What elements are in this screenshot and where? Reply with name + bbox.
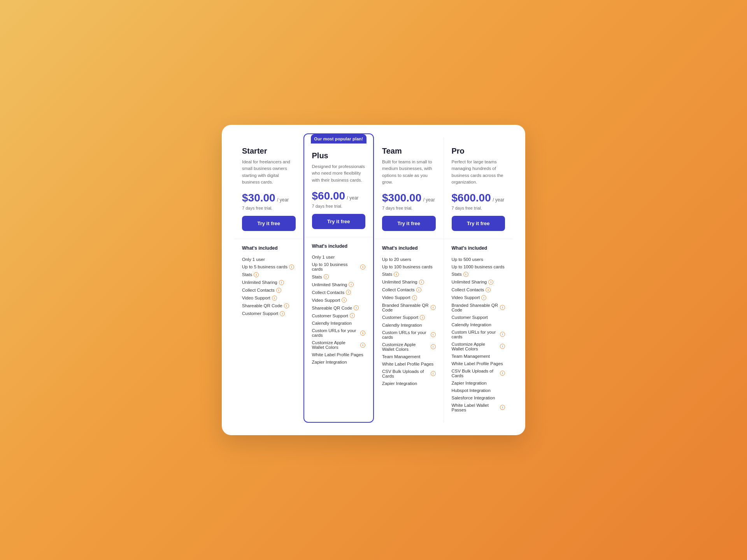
info-icon-plus-4[interactable]: i: [346, 290, 351, 295]
feature-text-team-1: Up to 100 business cards: [382, 264, 433, 269]
feature-item-pro-8: Calendly Integration: [452, 321, 505, 328]
plan-name-team: Team: [382, 147, 436, 156]
info-icon-plus-2[interactable]: i: [324, 274, 329, 279]
feature-list-team: Up to 20 users Up to 100 business cards …: [382, 256, 436, 387]
info-icon-starter-4[interactable]: i: [276, 288, 281, 293]
feature-item-plus-8: Calendly Integration: [312, 320, 366, 327]
info-icon-pro-5[interactable]: i: [481, 295, 486, 300]
info-icon-plus-3[interactable]: i: [349, 282, 354, 287]
feature-item-pro-6: Branded Shareable QR Code i: [452, 301, 505, 313]
info-icon-team-10[interactable]: i: [431, 344, 436, 349]
info-icon-team-6[interactable]: i: [431, 305, 436, 310]
trial-text-pro: 7 days free trial.: [452, 206, 505, 210]
feature-item-team-1: Up to 100 business cards: [382, 263, 436, 270]
feature-text-team-10: Customize Apple Wallet Colors: [382, 342, 429, 352]
info-icon-team-3[interactable]: i: [419, 280, 424, 285]
info-icon-team-2[interactable]: i: [394, 272, 399, 277]
try-btn-plus[interactable]: Try it free: [312, 214, 366, 229]
divider-team: [374, 239, 444, 239]
plan-card-starter: Starter Ideal for freelancers and small …: [234, 137, 303, 423]
feature-item-plus-7: Customer Support i: [312, 312, 366, 320]
feature-text-starter-6: Shareable QR Code: [242, 303, 282, 308]
info-icon-starter-7[interactable]: i: [280, 311, 285, 316]
feature-text-starter-5: Video Support: [242, 296, 270, 300]
try-btn-pro[interactable]: Try it free: [452, 216, 505, 231]
feature-item-starter-0: Only 1 user: [242, 256, 296, 263]
feature-item-team-11: Team Management: [382, 353, 436, 360]
feature-item-team-3: Unlimited Sharing i: [382, 278, 436, 286]
info-icon-plus-1[interactable]: i: [360, 264, 365, 270]
feature-text-starter-4: Collect Contacts: [242, 288, 275, 292]
feature-text-pro-15: Hubspot Integration: [452, 388, 491, 393]
info-icon-pro-9[interactable]: i: [500, 332, 505, 337]
info-icon-pro-13[interactable]: i: [500, 371, 505, 376]
info-icon-starter-6[interactable]: i: [284, 303, 289, 308]
feature-list-starter: Only 1 user Up to 5 business cards i Sta…: [242, 256, 296, 317]
whats-included-pro: What's included: [452, 245, 505, 251]
feature-item-pro-1: Up to 1000 business cards: [452, 263, 505, 270]
feature-item-starter-6: Shareable QR Code i: [242, 302, 296, 310]
feature-text-plus-3: Unlimited Sharing: [312, 282, 347, 287]
feature-item-starter-4: Collect Contacts i: [242, 286, 296, 294]
info-icon-team-4[interactable]: i: [416, 287, 421, 292]
feature-item-team-9: Custom URLs for your cards i: [382, 329, 436, 341]
info-icon-starter-2[interactable]: i: [254, 272, 259, 277]
feature-text-pro-12: White Label Profile Pages: [452, 361, 503, 366]
feature-item-pro-0: Up to 500 users: [452, 256, 505, 263]
feature-item-team-2: Stats i: [382, 270, 436, 278]
feature-item-pro-11: Team Management: [452, 352, 505, 360]
info-icon-team-9[interactable]: i: [431, 332, 436, 337]
plan-card-team: Team Built for teams in small to medium …: [374, 137, 444, 423]
feature-item-pro-14: Zapier Integration: [452, 379, 505, 387]
feature-item-team-13: CSV Bulk Uploads of Cards i: [382, 368, 436, 380]
feature-text-pro-8: Calendly Integration: [452, 322, 491, 327]
info-icon-team-13[interactable]: i: [431, 371, 436, 376]
plan-description-plus: Designed for professionals who need more…: [312, 163, 366, 184]
feature-text-plus-10: Customize Apple Wallet Colors: [312, 340, 359, 350]
feature-item-pro-10: Customize Apple Wallet Colors i: [452, 340, 505, 352]
plan-name-pro: Pro: [452, 147, 505, 156]
info-icon-team-7[interactable]: i: [420, 315, 425, 320]
info-icon-plus-10[interactable]: i: [360, 343, 365, 348]
info-icon-pro-4[interactable]: i: [486, 287, 491, 292]
feature-item-plus-9: Custom URLs for your cards i: [312, 327, 366, 339]
price-period-starter: / year: [277, 197, 289, 203]
info-icon-pro-6[interactable]: i: [500, 305, 505, 310]
feature-text-team-5: Video Support: [382, 295, 410, 300]
plan-card-plus: Our most popular plan! Plus Designed for…: [303, 133, 374, 423]
feature-text-pro-9: Custom URLs for your cards: [452, 330, 499, 339]
try-btn-team[interactable]: Try it free: [382, 216, 436, 231]
info-icon-plus-9[interactable]: i: [360, 331, 365, 336]
info-icon-pro-17[interactable]: i: [500, 405, 505, 410]
divider-starter: [234, 239, 303, 239]
plan-price-pro: $600.00 / year: [452, 192, 505, 204]
divider-plus: [304, 237, 374, 237]
plan-price-team: $300.00 / year: [382, 192, 436, 204]
feature-item-starter-1: Up to 5 business cards i: [242, 263, 296, 271]
feature-item-starter-3: Unlimited Sharing i: [242, 278, 296, 286]
feature-text-pro-17: White Label Wallet Passes: [452, 403, 499, 412]
info-icon-plus-5[interactable]: i: [342, 298, 347, 303]
info-icon-pro-3[interactable]: i: [488, 280, 493, 285]
info-icon-pro-2[interactable]: i: [463, 272, 468, 277]
feature-text-plus-2: Stats: [312, 275, 322, 279]
plan-name-starter: Starter: [242, 147, 296, 156]
feature-item-plus-2: Stats i: [312, 273, 366, 281]
feature-item-team-8: Calendly Integration: [382, 321, 436, 329]
try-btn-starter[interactable]: Try it free: [242, 216, 296, 231]
price-amount-starter: $30.00: [242, 192, 275, 204]
info-icon-team-5[interactable]: i: [412, 295, 417, 300]
feature-item-plus-4: Collect Contacts i: [312, 289, 366, 296]
info-icon-starter-1[interactable]: i: [289, 264, 294, 270]
feature-item-team-12: White Label Profile Pages: [382, 360, 436, 368]
info-icon-starter-3[interactable]: i: [279, 280, 284, 285]
feature-item-pro-5: Video Support i: [452, 294, 505, 301]
info-icon-pro-10[interactable]: i: [500, 344, 505, 349]
info-icon-plus-7[interactable]: i: [350, 313, 355, 318]
info-icon-plus-6[interactable]: i: [354, 305, 359, 310]
price-period-team: / year: [423, 197, 435, 203]
feature-item-team-7: Customer Support i: [382, 313, 436, 321]
price-period-plus: / year: [347, 195, 359, 201]
info-icon-starter-5[interactable]: i: [272, 296, 277, 301]
feature-text-pro-0: Up to 500 users: [452, 257, 483, 262]
